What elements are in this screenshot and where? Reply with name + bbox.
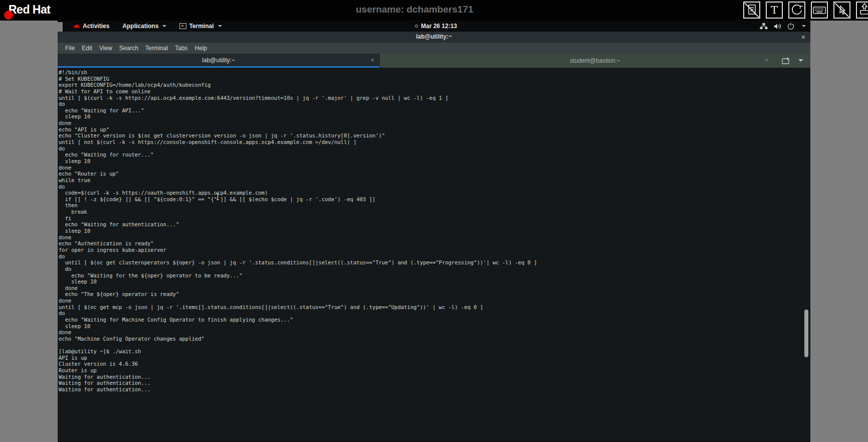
window-titlebar[interactable]: lab@utility:~ × bbox=[58, 32, 810, 43]
menu-item[interactable]: Search bbox=[116, 43, 142, 53]
terminal-line: done bbox=[59, 298, 805, 304]
menu-item[interactable]: Terminal bbox=[142, 43, 171, 53]
gnome-top-bar: Activities Applications > Terminal Mar 2… bbox=[58, 21, 810, 32]
chevron-down-icon bbox=[218, 25, 222, 27]
terminal-line: done bbox=[59, 329, 805, 336]
viewer-corner-artifact bbox=[58, 22, 63, 32]
terminal-line: echo "The ${oper} operator is ready" bbox=[59, 291, 805, 298]
terminal-line: do bbox=[59, 253, 805, 260]
activities-button[interactable]: Activities bbox=[69, 21, 114, 32]
terminal-line: code=$(curl -k -s https://oauth-openshif… bbox=[59, 190, 805, 196]
terminal-line: echo "Machine Config Operator changes ap… bbox=[59, 336, 805, 342]
redhat-logo: Red Hat bbox=[9, 3, 50, 17]
menu-item[interactable]: View bbox=[96, 43, 116, 53]
terminal-window: lab@utility:~ × FileEditViewSearchTermin… bbox=[58, 32, 810, 430]
terminal-line bbox=[59, 342, 805, 349]
terminal-line: done bbox=[59, 285, 805, 291]
terminal-line: echo "API is up" bbox=[59, 126, 805, 133]
close-tab-icon[interactable]: × bbox=[764, 57, 768, 64]
terminal-line: Waiting for authentication... bbox=[59, 380, 805, 386]
terminal-menubar: FileEditViewSearchTerminalTabsHelp bbox=[58, 43, 810, 54]
terminal-line: do bbox=[59, 145, 805, 152]
tab-list-chevron-icon[interactable] bbox=[798, 59, 803, 62]
redhat-fedora-icon bbox=[73, 24, 80, 29]
applications-label: Applications bbox=[122, 23, 158, 30]
keyboard-icon[interactable] bbox=[811, 2, 828, 19]
terminal-line: sleep 10 bbox=[59, 323, 805, 330]
scrollbar-thumb[interactable] bbox=[804, 310, 808, 357]
redhat-logo-text: Red Hat bbox=[9, 3, 50, 16]
terminal-line: until [ $(oc get mcp -o json | jq -r '.i… bbox=[59, 304, 805, 311]
terminal-line: echo "Waiting for API..." bbox=[59, 107, 805, 114]
refresh-icon[interactable] bbox=[788, 2, 805, 19]
terminal-line: do bbox=[59, 184, 805, 190]
chevron-down-icon bbox=[802, 25, 806, 27]
terminal-line: sleep 10 bbox=[59, 228, 805, 234]
terminal-line: until [ not $(curl -k -s https://console… bbox=[59, 139, 805, 145]
terminal-line: for oper in ingress kube-apiserver bbox=[59, 247, 805, 253]
tab-bar: lab@utility:~ × student@bastion:~ × bbox=[58, 54, 810, 68]
terminal-line: echo "Waiting for authentication..." bbox=[59, 221, 805, 228]
terminal-line: do bbox=[59, 101, 805, 107]
terminal-line: Waiting for authentication... bbox=[59, 386, 805, 391]
terminal-line: API is up bbox=[59, 355, 805, 361]
tab-label: student@bastion:~ bbox=[570, 57, 620, 64]
terminal-line: #!/bin/sh bbox=[59, 69, 805, 76]
notification-dot-icon bbox=[415, 25, 418, 28]
menu-item[interactable]: File bbox=[62, 43, 78, 53]
applications-menu[interactable]: Applications bbox=[118, 21, 171, 32]
terminal-line: until [ $(oc get clusteroperators ${oper… bbox=[59, 259, 805, 266]
terminal-line: done bbox=[59, 234, 805, 241]
chevron-down-icon bbox=[162, 25, 166, 27]
terminal-line: [lab@utility ~]$ ./wait.sh bbox=[59, 348, 805, 355]
tab-label: lab@utility:~ bbox=[202, 57, 235, 64]
terminal-line: # Set KUBECONFIG bbox=[59, 76, 805, 82]
terminal-line: fi bbox=[59, 215, 805, 222]
close-tab-icon[interactable]: × bbox=[370, 57, 374, 64]
terminal-line: do bbox=[59, 266, 805, 272]
close-window-button[interactable]: × bbox=[801, 33, 805, 42]
terminal-menu-label: Terminal bbox=[189, 23, 213, 30]
clock-menu[interactable]: Mar 26 12:13 bbox=[415, 21, 457, 32]
file-slash-icon[interactable] bbox=[743, 2, 760, 19]
terminal-line: export KUBECONFIG=/home/lab/ocp4/auth/ku… bbox=[59, 82, 805, 88]
terminal-line: done bbox=[59, 120, 805, 126]
text-icon[interactable]: T bbox=[766, 2, 783, 19]
terminal-icon: > bbox=[179, 23, 186, 29]
menu-item[interactable]: Help bbox=[191, 43, 211, 53]
header-toolbar: T bbox=[743, 2, 868, 19]
terminal-output: #!/bin/sh# Set KUBECONFIGexport KUBECONF… bbox=[59, 69, 805, 391]
terminal-line: until [ $(curl -k -s https://api.ocp4.ex… bbox=[59, 95, 805, 101]
terminal-line: Cluster version is 4.6.36 bbox=[59, 361, 805, 367]
tab-lab-utility[interactable]: lab@utility:~ × bbox=[58, 54, 379, 68]
eject-icon[interactable] bbox=[856, 2, 868, 19]
app-header: Red Hat username: dchambers171 T bbox=[0, 0, 868, 21]
terminal-line: do bbox=[59, 310, 805, 317]
username-label: username: dchambers171 bbox=[356, 4, 473, 15]
terminal-line: # Wait for API to come online bbox=[59, 88, 805, 95]
terminal-line: echo "Authentication is ready" bbox=[59, 240, 805, 247]
terminal-line: if [[ ! -z ${code} ]] && [[ "${code:0:1}… bbox=[59, 196, 805, 203]
terminal-line: echo "Router is up" bbox=[59, 171, 805, 177]
terminal-line: Waiting for authentication... bbox=[59, 374, 805, 380]
terminal-line: echo "Waiting for Machine Config Operato… bbox=[59, 317, 805, 323]
remote-desktop: Activities Applications > Terminal Mar 2… bbox=[58, 21, 810, 442]
terminal-app-menu[interactable]: > Terminal bbox=[175, 21, 226, 32]
redhat-logo-icon bbox=[4, 11, 13, 20]
terminal-line: break bbox=[59, 209, 805, 215]
cursor-slash-icon[interactable] bbox=[833, 2, 850, 19]
terminal-line: sleep 10 bbox=[59, 113, 805, 120]
terminal-line: sleep 10 bbox=[59, 278, 805, 285]
volume-icon bbox=[774, 23, 781, 30]
text-cursor-icon bbox=[215, 193, 220, 200]
tab-student-bastion[interactable]: student@bastion:~ bbox=[379, 54, 810, 68]
system-tray[interactable] bbox=[760, 21, 806, 32]
terminal-screen[interactable]: #!/bin/sh# Set KUBECONFIGexport KUBECONF… bbox=[58, 68, 810, 430]
menu-item[interactable]: Tabs bbox=[171, 43, 191, 53]
new-tab-icon[interactable] bbox=[782, 57, 790, 64]
terminal-line: while true bbox=[59, 177, 805, 184]
clock-label: Mar 26 12:13 bbox=[421, 23, 457, 30]
terminal-line: echo "Waiting for router..." bbox=[59, 152, 805, 158]
menu-item[interactable]: Edit bbox=[78, 43, 96, 53]
window-title: lab@utility:~ bbox=[58, 33, 810, 40]
